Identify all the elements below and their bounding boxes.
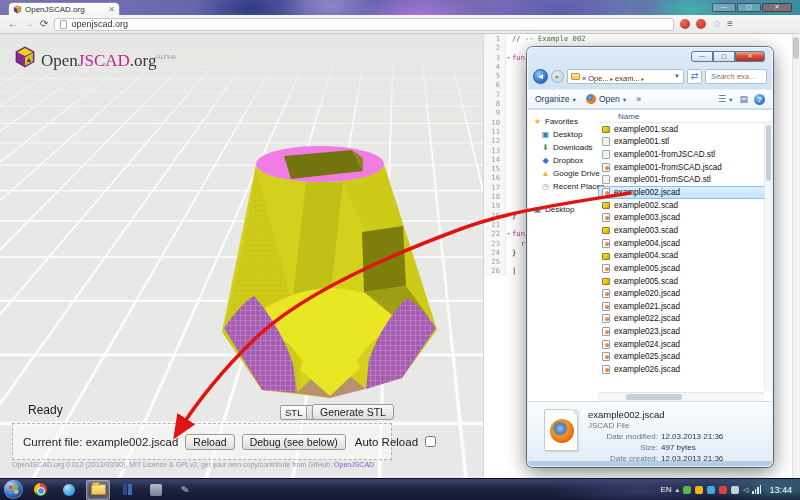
taskbar-clock[interactable]: 13:44 [769,485,792,495]
code-text: | [512,266,516,275]
tray-expand-icon[interactable]: ▴ [676,486,680,494]
file-row[interactable]: example001-fromSCAD.stl [598,174,772,187]
views-icon[interactable]: ☰▼ [718,94,734,104]
network-icon[interactable] [752,485,761,494]
file-row[interactable]: example001.stl [598,136,772,149]
github-link[interactable]: OpenJSCAD [334,461,374,468]
search-input[interactable] [709,71,763,82]
reload-icon[interactable]: ⟳ [40,19,48,29]
taskbar-item-pen-icon[interactable]: ✎ [173,480,197,500]
editor-scrollbar[interactable] [792,34,800,478]
auto-reload-checkbox[interactable] [425,436,436,447]
file-name: example001-fromJSCAD.stl [614,150,715,159]
file-row[interactable]: example022.jscad [598,313,772,326]
file-row[interactable]: example021.jscad [598,300,772,313]
explorer-folder-icon [91,484,106,495]
start-button[interactable] [4,480,23,499]
file-list[interactable]: Name example001.scadexample001.stlexampl… [598,110,772,401]
taskbar-item-gray-app-icon[interactable] [144,480,168,500]
search-box[interactable] [705,69,767,84]
maximize-button[interactable]: ▢ [713,51,735,62]
file-row[interactable]: example001-fromSCAD.jscad [598,161,772,174]
minimize-button[interactable]: — [712,3,736,12]
sidebar-item-google-drive[interactable]: ▲Google Drive [528,167,598,180]
help-icon[interactable]: ? [754,94,765,105]
generate-stl-button[interactable]: Generate STL [312,404,394,420]
horizontal-scrollbar[interactable] [598,392,764,401]
scrollbar-thumb[interactable] [793,37,799,59]
language-indicator[interactable]: EN [660,485,671,494]
sidebar-item-recent-places[interactable]: ◷Recent Places [528,180,598,193]
user-icon[interactable] [731,486,739,494]
taskbar-item-explorer-folder-icon[interactable] [86,480,110,500]
explorer-window[interactable]: — ▢ ✕ ◄ ► « Ope... ▸ exam... ▸ ▼ ⇄ Organ… [527,47,773,467]
preview-pane-icon[interactable]: ▤ [739,94,748,104]
file-row[interactable]: example003.scad [598,224,772,237]
sidebar-item-favorites[interactable]: ★ Favorites [528,115,598,128]
gdrive-icon[interactable] [695,486,703,494]
forward-icon[interactable]: ► [551,70,564,83]
file-row[interactable]: example004.jscad [598,237,772,250]
file-row[interactable]: example002.jscad [598,186,772,199]
shield-icon[interactable] [707,486,715,494]
close-button[interactable]: ✕ [762,3,792,12]
extension-icon[interactable] [696,19,706,29]
fold-gutter [506,183,512,192]
browser-menu-icon[interactable]: ≡ [727,19,733,29]
extension-icon[interactable] [680,19,690,29]
minimize-button[interactable]: — [691,51,713,62]
bookmark-star-icon[interactable]: ☆ [712,19,721,29]
tab-close-icon[interactable]: ✕ [108,6,115,14]
code-text: } [512,248,516,257]
taskbar-item-blue-app-icon[interactable] [57,480,81,500]
file-row[interactable]: example023.jscad [598,325,772,338]
file-row[interactable]: example002.scad [598,199,772,212]
taskbar-icons: ✎ [4,480,197,500]
open-button[interactable]: Open▼ [586,94,627,104]
debug-button[interactable]: Debug (see below) [242,434,346,450]
scrollbar-thumb[interactable] [626,394,682,400]
file-row[interactable]: example004.scad [598,249,772,262]
file-row[interactable]: example003.jscad [598,211,772,224]
breadcrumb[interactable]: « Ope... ▸ exam... ▸ ▼ [567,69,684,84]
file-row[interactable]: example026.jscad [598,363,772,376]
sidebar-item-label: Dropbox [553,156,583,165]
sync-icon[interactable] [683,486,691,494]
forward-icon[interactable]: → [24,19,34,29]
folder-icon [571,73,580,80]
sidebar-item-dropbox[interactable]: ◆Dropbox [528,154,598,167]
toolbar-more-button[interactable]: » [636,94,641,104]
reload-button[interactable]: Reload [185,434,234,450]
breadcrumb-segment[interactable]: « Ope... [582,74,609,83]
browser-tab[interactable]: OpenJSCAD.org ✕ [8,2,120,16]
sidebar-item-desktop[interactable]: ▣Desktop [528,203,598,216]
volume-icon[interactable]: ◁ [743,486,748,494]
file-name: example024.jscad [614,340,680,349]
chevron-down-icon[interactable]: ▼ [674,73,680,79]
file-row[interactable]: example024.jscad [598,338,772,351]
file-row[interactable]: example001-fromJSCAD.stl [598,148,772,161]
breadcrumb-segment[interactable]: exam... [615,74,640,83]
file-row[interactable]: example005.scad [598,275,772,288]
url-bar[interactable]: openjscad.org [54,18,674,31]
action-center-icon[interactable] [719,486,727,494]
column-header-name[interactable]: Name [598,110,772,123]
close-button[interactable]: ✕ [735,51,765,62]
taskbar-item-chrome-icon[interactable] [28,480,52,500]
sidebar-item-desktop[interactable]: ▣Desktop [528,128,598,141]
file-row[interactable]: example001.scad [598,123,772,136]
sidebar-item-downloads[interactable]: ⬇Downloads [528,141,598,154]
vertical-scrollbar[interactable] [764,123,772,391]
file-row[interactable]: example025.jscad [598,351,772,364]
back-icon[interactable]: ← [8,19,18,29]
organize-button[interactable]: Organize▼ [535,94,577,104]
file-row[interactable]: example020.jscad [598,287,772,300]
refresh-icon[interactable]: ⇄ [687,69,702,84]
code-line[interactable]: 1// -- Example 002 [484,34,800,43]
maximize-button[interactable]: ▢ [737,3,761,12]
back-icon[interactable]: ◄ [533,69,548,84]
file-row[interactable]: example005.jscad [598,262,772,275]
scrollbar-thumb[interactable] [766,125,771,181]
books-icon [123,484,132,495]
taskbar-item-books-icon[interactable] [115,480,139,500]
